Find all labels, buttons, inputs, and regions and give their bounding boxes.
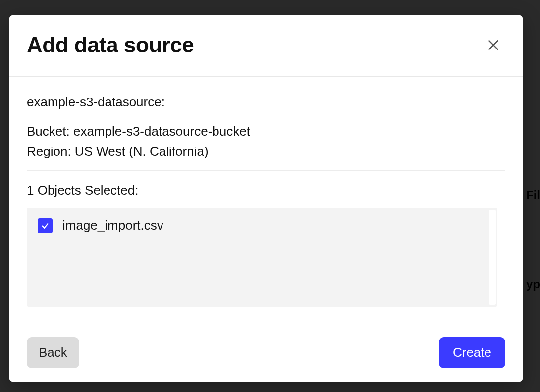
objects-list: image_import.csv [27, 208, 497, 307]
bucket-label: Bucket: [27, 124, 70, 139]
region-line: Region: US West (N. California) [27, 144, 505, 159]
close-icon [486, 38, 500, 52]
modal-footer: Back Create [9, 325, 523, 382]
object-filename: image_import.csv [62, 218, 163, 233]
check-icon [41, 221, 50, 230]
bg-text-fragment: Fil [526, 188, 540, 202]
bucket-value: example-s3-datasource-bucket [73, 124, 250, 139]
back-button[interactable]: Back [27, 337, 79, 368]
create-button[interactable]: Create [439, 337, 505, 368]
objects-selected-label: 1 Objects Selected: [27, 183, 505, 198]
object-checkbox[interactable] [38, 218, 53, 233]
region-label: Region: [27, 144, 71, 159]
modal-header: Add data source [9, 15, 523, 77]
add-data-source-modal: Add data source example-s3-datasource: B… [9, 15, 523, 382]
list-item[interactable]: image_import.csv [38, 218, 486, 233]
bg-text-fragment: yp [526, 277, 540, 291]
close-button[interactable] [484, 35, 503, 55]
region-value: US West (N. California) [75, 144, 209, 159]
divider [27, 170, 505, 171]
modal-body: example-s3-datasource: Bucket: example-s… [9, 77, 523, 325]
bucket-line: Bucket: example-s3-datasource-bucket [27, 124, 505, 139]
datasource-name: example-s3-datasource: [27, 95, 505, 110]
modal-title: Add data source [27, 33, 194, 57]
